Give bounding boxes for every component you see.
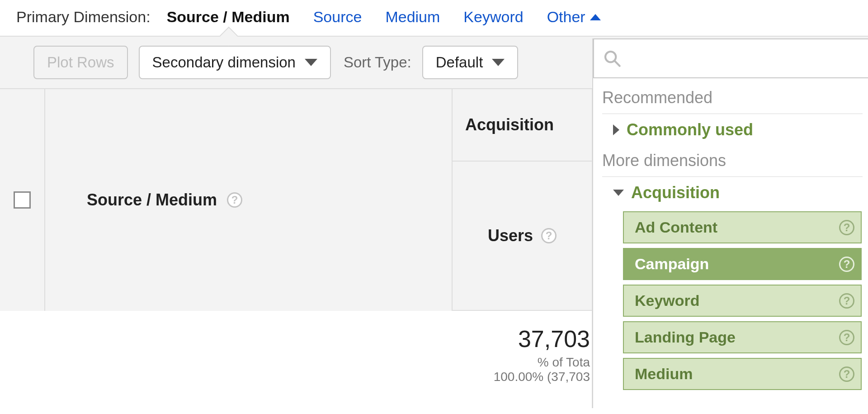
dimension-keyword[interactable]: Keyword ?	[623, 285, 862, 317]
help-icon[interactable]: ?	[839, 220, 854, 235]
chevron-down-icon	[492, 59, 505, 66]
acquisition-group[interactable]: Acquisition	[602, 177, 863, 209]
metric-subtext-2: 100.00% (37,703	[453, 370, 590, 384]
primary-dimension-label: Primary Dimension:	[16, 8, 151, 26]
primary-dimension-strip: Primary Dimension: Source / Medium Sourc…	[0, 0, 868, 37]
help-icon[interactable]: ?	[839, 293, 854, 309]
select-all-checkbox[interactable]	[14, 191, 31, 209]
metric-total-value: 37,703	[453, 325, 590, 352]
dimension-search-field[interactable]	[621, 50, 868, 67]
metric-column-label: Users	[488, 226, 533, 245]
primary-column-header: Source / Medium ?	[45, 89, 453, 311]
tab-keyword[interactable]: Keyword	[463, 8, 523, 26]
help-icon[interactable]: ?	[839, 257, 854, 272]
dimension-search-input[interactable]	[593, 38, 868, 78]
help-icon[interactable]: ?	[227, 192, 242, 208]
help-icon[interactable]: ?	[541, 228, 557, 243]
dimension-landing-page[interactable]: Landing Page ?	[623, 321, 862, 353]
secondary-dimension-label: Secondary dimension	[152, 54, 296, 71]
sort-type-value: Default	[436, 54, 483, 71]
dimension-label: Ad Content	[635, 219, 717, 236]
plot-rows-button[interactable]: Plot Rows	[33, 46, 128, 79]
dimension-label: Keyword	[635, 292, 700, 309]
acquisition-dimension-list: Ad Content ? Campaign ? Keyword ? Landin…	[602, 209, 863, 390]
tab-source[interactable]: Source	[313, 8, 362, 26]
content-area: Source / Medium ? Acquisition Users ? 37…	[0, 89, 868, 408]
dimension-medium[interactable]: Medium ?	[623, 358, 862, 390]
chevron-right-icon	[613, 124, 619, 135]
recommended-heading: Recommended	[602, 83, 863, 114]
metric-column: Acquisition Users ? 37,703 % of Tota 100…	[453, 89, 592, 408]
tab-medium[interactable]: Medium	[385, 8, 440, 26]
metric-group-header: Acquisition	[453, 89, 592, 162]
metric-subtext-1: % of Tota	[453, 355, 590, 370]
dimension-ad-content[interactable]: Ad Content ?	[623, 211, 862, 243]
data-table: Source / Medium ? Acquisition Users ? 37…	[0, 89, 592, 408]
tab-other-label: Other	[547, 8, 585, 26]
secondary-dimension-dropdown[interactable]: Secondary dimension	[139, 46, 331, 79]
search-icon	[603, 49, 621, 67]
dimension-label: Landing Page	[635, 328, 736, 346]
metric-summary-cell: 37,703 % of Tota 100.00% (37,703	[453, 311, 592, 408]
metric-column-header[interactable]: Users ?	[453, 162, 592, 311]
chevron-up-icon	[590, 14, 601, 20]
commonly-used-label: Commonly used	[627, 120, 753, 139]
dimension-picker-body: Recommended Commonly used More dimension…	[593, 83, 868, 390]
primary-column-label: Source / Medium	[87, 190, 217, 209]
help-icon[interactable]: ?	[839, 330, 854, 345]
dimension-campaign[interactable]: Campaign ?	[623, 248, 862, 280]
acquisition-group-label: Acquisition	[631, 183, 720, 202]
chevron-down-icon	[305, 59, 317, 66]
tab-source-medium[interactable]: Source / Medium	[167, 8, 290, 26]
dimension-picker-panel: Recommended Commonly used More dimension…	[592, 38, 868, 408]
dimension-label: Medium	[635, 365, 693, 383]
commonly-used-group[interactable]: Commonly used	[602, 114, 863, 146]
more-dimensions-heading: More dimensions	[602, 146, 863, 177]
sort-type-dropdown[interactable]: Default	[422, 46, 519, 79]
dimension-label: Campaign	[635, 255, 709, 273]
chevron-down-icon	[613, 190, 624, 196]
svg-line-1	[614, 61, 620, 66]
tab-other[interactable]: Other	[547, 8, 601, 26]
checkbox-column	[0, 89, 45, 311]
sort-type-label: Sort Type:	[344, 54, 411, 71]
help-icon[interactable]: ?	[839, 366, 854, 382]
